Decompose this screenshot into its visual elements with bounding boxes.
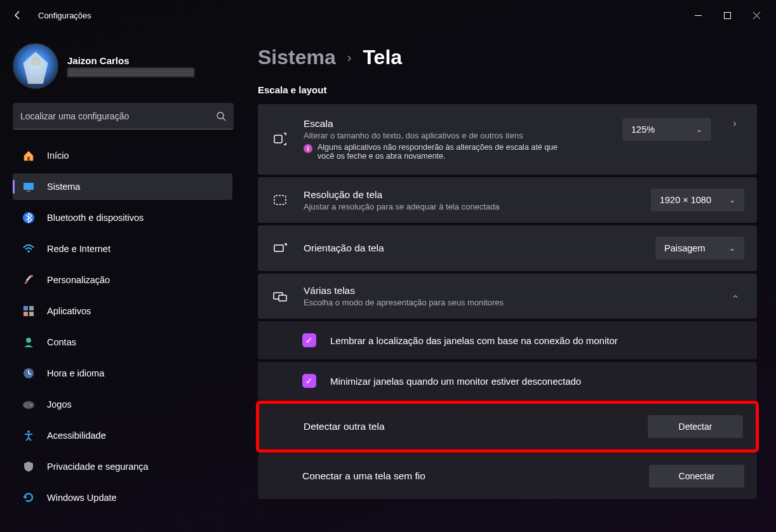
- connect-button[interactable]: Conectar: [649, 465, 744, 488]
- breadcrumb-parent[interactable]: Sistema: [258, 46, 336, 69]
- card-title: Várias telas: [304, 285, 711, 296]
- checkbox-remember[interactable]: ✓: [302, 333, 316, 347]
- card-scale[interactable]: Escala Alterar o tamanho do texto, dos a…: [258, 104, 757, 175]
- chevron-down-icon: ⌄: [729, 196, 735, 204]
- card-orientation[interactable]: Orientação da tela Paisagem ⌄: [258, 225, 757, 271]
- card-minimize-on-disconnect[interactable]: ✓ Minimizar janelas quando um monitor es…: [258, 362, 757, 400]
- profile-email-redacted: [67, 68, 194, 77]
- svg-point-17: [30, 404, 32, 406]
- profile-name: Jaizon Carlos: [67, 55, 194, 66]
- svg-rect-2: [27, 157, 30, 161]
- chevron-right-icon: ›: [347, 50, 352, 65]
- svg-rect-3: [23, 183, 34, 190]
- sidebar-item-accounts[interactable]: Contas: [13, 329, 232, 356]
- sidebar-nav[interactable]: Início Sistema Bluetooth e dispositivos …: [13, 142, 236, 532]
- avatar: [13, 43, 58, 89]
- arrow-left-icon: [13, 10, 23, 20]
- sidebar-item-label: Contas: [47, 337, 76, 347]
- sidebar-item-update[interactable]: Windows Update: [13, 484, 232, 511]
- scale-select[interactable]: 125% ⌄: [622, 118, 711, 141]
- sidebar-item-label: Hora e idioma: [47, 368, 104, 378]
- card-title: Escala: [304, 118, 608, 130]
- update-icon: [22, 491, 36, 505]
- chevron-down-icon: ⌄: [696, 125, 702, 134]
- profile-block[interactable]: Jaizon Carlos: [13, 43, 236, 89]
- expand-chevron[interactable]: ›: [725, 118, 744, 128]
- card-title: Conectar a uma tela sem fio: [302, 470, 425, 482]
- sidebar-item-label: Privacidade e segurança: [47, 462, 149, 472]
- svg-point-16: [25, 404, 27, 406]
- sidebar-item-home[interactable]: Início: [13, 142, 232, 169]
- resolution-icon: [271, 190, 290, 209]
- shield-icon: [22, 460, 36, 474]
- card-subtitle: Alterar o tamanho do texto, dos aplicati…: [304, 131, 608, 140]
- checkbox-minimize[interactable]: ✓: [302, 374, 316, 388]
- sidebar-item-label: Windows Update: [47, 493, 117, 503]
- select-value: 125%: [631, 124, 655, 135]
- svg-point-1: [217, 112, 224, 119]
- sidebar-item-network[interactable]: Rede e Internet: [13, 236, 232, 262]
- search-icon: [216, 111, 226, 121]
- sidebar-item-label: Aplicativos: [47, 306, 91, 316]
- wifi-icon: [22, 242, 36, 256]
- svg-rect-12: [29, 312, 34, 316]
- breadcrumb-current: Tela: [363, 46, 402, 69]
- apps-icon: [22, 304, 36, 318]
- checkbox-label: Minimizar janelas quando um monitor esti…: [330, 376, 581, 387]
- sidebar-item-bluetooth[interactable]: Bluetooth e dispositivos: [13, 204, 232, 231]
- system-icon: [22, 180, 36, 194]
- sidebar-item-personalization[interactable]: Personalização: [13, 267, 232, 293]
- collapse-chevron[interactable]: ›: [730, 287, 740, 306]
- svg-point-6: [27, 250, 30, 253]
- sidebar-item-label: Bluetooth e dispositivos: [47, 213, 144, 223]
- chevron-down-icon: ⌄: [729, 244, 735, 253]
- close-button[interactable]: [742, 5, 771, 25]
- breadcrumb: Sistema › Tela: [258, 46, 757, 69]
- sidebar-item-label: Acessibilidade: [47, 430, 106, 441]
- card-remember-window-location[interactable]: ✓ Lembrar a localização das janelas com …: [258, 321, 757, 359]
- select-value: Paisagem: [664, 243, 705, 253]
- card-title: Detectar outra tela: [304, 421, 385, 432]
- svg-rect-0: [724, 12, 730, 18]
- sidebar-item-label: Sistema: [47, 182, 80, 192]
- sidebar-item-system[interactable]: Sistema: [13, 173, 232, 200]
- accessibility-icon: [22, 429, 36, 442]
- card-subtitle: Escolha o modo de apresentação para seus…: [304, 298, 711, 307]
- maximize-button[interactable]: [712, 5, 742, 25]
- content-area[interactable]: Sistema › Tela Escala e layout Escala Al…: [236, 30, 776, 532]
- back-button[interactable]: [5, 3, 30, 28]
- sidebar-item-time-language[interactable]: Hora e idioma: [13, 360, 232, 387]
- search-input[interactable]: [20, 111, 216, 121]
- info-icon: i: [304, 144, 312, 153]
- card-detect-display[interactable]: Detectar outra tela Detectar: [258, 402, 757, 451]
- card-resolution[interactable]: Resolução de tela Ajustar a resolução pa…: [258, 177, 757, 223]
- sidebar-item-label: Personalização: [47, 275, 110, 285]
- card-connect-wireless[interactable]: Conectar a uma tela sem fio Conectar: [258, 453, 757, 499]
- sidebar-item-gaming[interactable]: Jogos: [13, 391, 232, 418]
- sidebar-item-apps[interactable]: Aplicativos: [13, 298, 232, 324]
- svg-point-8: [30, 275, 33, 277]
- orientation-select[interactable]: Paisagem ⌄: [655, 237, 744, 260]
- card-multi-displays[interactable]: Várias telas Escolha o modo de apresenta…: [258, 274, 757, 319]
- window-controls: [683, 5, 771, 25]
- search-box[interactable]: [13, 103, 234, 130]
- resolution-select[interactable]: 1920 × 1080 ⌄: [651, 189, 744, 211]
- sidebar-item-accessibility[interactable]: Acessibilidade: [13, 422, 232, 449]
- sidebar-item-privacy[interactable]: Privacidade e segurança: [13, 453, 232, 480]
- home-icon: [22, 149, 36, 163]
- gamepad-icon: [22, 397, 36, 411]
- card-title: Resolução de tela: [304, 189, 637, 201]
- card-subtitle: Ajustar a resolução para se adequar à te…: [304, 202, 637, 211]
- orientation-icon: [271, 239, 290, 258]
- card-warning: i Alguns aplicativos não responderão às …: [304, 143, 608, 161]
- minimize-icon: [695, 12, 702, 19]
- title-bar: Configurações: [0, 0, 776, 30]
- maximize-icon: [724, 12, 731, 19]
- checkbox-label: Lembrar a localização das janelas com ba…: [330, 335, 618, 346]
- svg-rect-19: [274, 135, 282, 143]
- detect-button[interactable]: Detectar: [648, 415, 743, 438]
- close-icon: [753, 12, 760, 19]
- select-value: 1920 × 1080: [660, 195, 711, 205]
- svg-rect-4: [27, 190, 30, 192]
- minimize-button[interactable]: [683, 5, 712, 25]
